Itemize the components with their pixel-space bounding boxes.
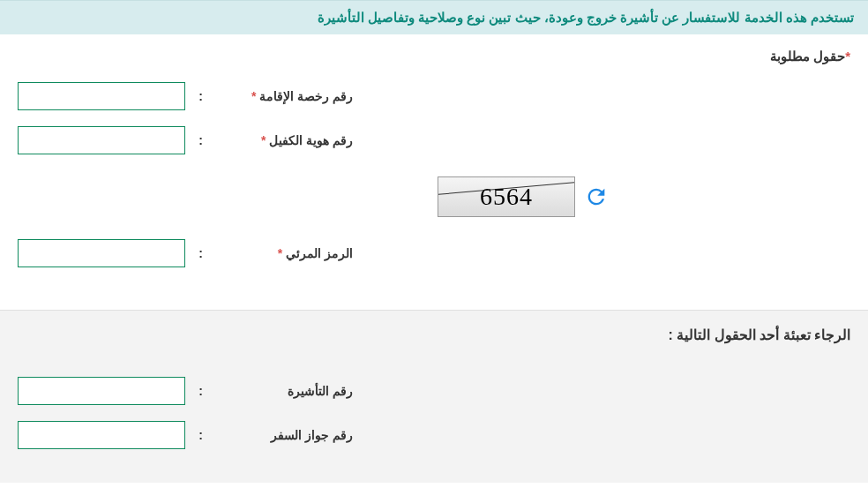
required-asterisk: * (845, 49, 850, 64)
refresh-captcha-button[interactable] (584, 184, 609, 209)
sponsor-row: رقم هوية الكفيل * : (18, 126, 850, 154)
refresh-icon (584, 184, 609, 209)
passport-input[interactable] (18, 421, 185, 449)
passport-row: رقم جواز السفر : (18, 421, 850, 449)
iqama-label: رقم رخصة الإقامة * (212, 89, 353, 103)
label-colon: : (194, 246, 203, 260)
service-description-banner: تستخدم هذه الخدمة للاستفسار عن تأشيرة خر… (0, 0, 868, 34)
sponsor-label: رقم هوية الكفيل * (212, 133, 353, 147)
iqama-input[interactable] (18, 82, 185, 110)
passport-label: رقم جواز السفر (212, 428, 353, 442)
visa-label: رقم التأشيرة (212, 384, 353, 398)
optional-section-header: الرجاء تعبئة أحد الحقول التالية : (0, 310, 868, 359)
required-fields-note: *حقول مطلوبة (0, 34, 868, 82)
main-form-section: رقم رخصة الإقامة * : رقم هوية الكفيل * : (0, 82, 868, 301)
label-colon: : (194, 428, 203, 442)
captcha-label: الرمز المرئي * (212, 246, 353, 260)
optional-section-body: رقم التأشيرة : رقم جواز السفر : (0, 359, 868, 483)
captcha-image: 6564 (438, 176, 575, 217)
captcha-input[interactable] (18, 239, 185, 267)
captcha-text: 6564 (480, 183, 533, 211)
iqama-row: رقم رخصة الإقامة * : (18, 82, 850, 110)
captcha-input-row: الرمز المرئي * : (18, 239, 850, 267)
visa-row: رقم التأشيرة : (18, 377, 850, 405)
label-colon: : (194, 133, 203, 147)
required-text: حقول مطلوبة (770, 49, 845, 64)
captcha-row: 6564 (18, 176, 850, 217)
label-colon: : (194, 384, 203, 398)
banner-text: تستخدم هذه الخدمة للاستفسار عن تأشيرة خر… (318, 10, 854, 25)
sponsor-input[interactable] (18, 126, 185, 154)
label-colon: : (194, 89, 203, 103)
button-row: عرض مسح (0, 483, 868, 488)
visa-input[interactable] (18, 377, 185, 405)
